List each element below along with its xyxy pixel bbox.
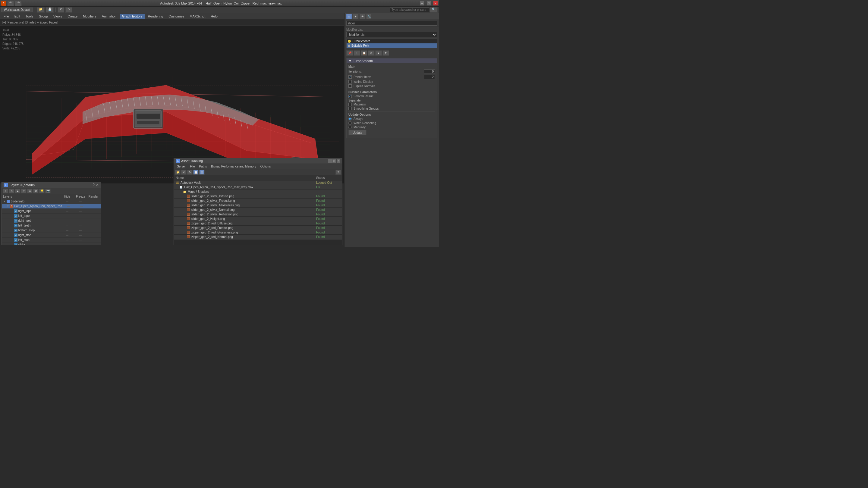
layer-hide-val[interactable]: — <box>60 219 74 222</box>
panel-icon-display[interactable]: 👁 <box>360 14 365 19</box>
menu-tools[interactable]: Tools <box>23 14 36 19</box>
asset-menu-paths[interactable]: Paths <box>197 164 209 168</box>
layer-row[interactable]: M right_stop — — <box>2 233 101 238</box>
layer-expand[interactable] <box>10 229 13 232</box>
asset-row[interactable]: 🏛 Autodesk Vault Logged Out <box>174 181 342 185</box>
at-btn5[interactable]: ▤ <box>199 170 205 175</box>
layer-row[interactable]: M bottom_stop — — <box>2 228 101 233</box>
asset-menu-file[interactable]: File <box>188 164 196 168</box>
layer-freeze-val[interactable]: — <box>74 200 87 203</box>
at-btn1[interactable]: 📁 <box>175 170 181 175</box>
layer-freeze-val[interactable]: — <box>74 224 87 227</box>
asset-row[interactable]: slider_geo_2_silver_Reflection.png Found <box>174 212 342 217</box>
layer-expand[interactable] <box>10 243 13 245</box>
layer-hide-val[interactable]: — <box>60 215 74 218</box>
asset-row[interactable]: 📁 Maps / Shaders <box>174 190 342 194</box>
toolbar-redo2[interactable]: ↷ <box>65 7 72 13</box>
ts-render-iters-input[interactable] <box>424 75 435 79</box>
lt-object[interactable]: ◈ <box>27 189 33 193</box>
ts-update-button[interactable]: Update <box>348 130 367 135</box>
lt-light[interactable]: 💡 <box>39 189 44 193</box>
layer-expand[interactable] <box>10 224 13 227</box>
ts-explicit-normals-check[interactable] <box>348 84 352 88</box>
modifier-editablepoly[interactable]: Editable Poly <box>347 43 437 48</box>
asset-minimize[interactable]: ─ <box>328 159 332 163</box>
layer-hide-val[interactable]: — <box>60 234 74 237</box>
ts-header[interactable]: ▼ TurboSmooth <box>347 59 437 63</box>
asset-menu-options[interactable]: Options <box>258 164 273 168</box>
layer-row[interactable]: ▼ L 0 (default) — — <box>2 199 101 204</box>
layer-freeze-val[interactable]: — <box>74 219 87 222</box>
layer-row[interactable]: M left_stop — — <box>2 238 101 242</box>
layer-hide-val[interactable]: — <box>62 205 75 208</box>
ts-smoothing-groups-check[interactable] <box>348 107 352 110</box>
panel-icon-utils[interactable]: 🔧 <box>366 14 372 19</box>
layer-row[interactable]: M right_tape — — <box>2 209 101 214</box>
ts-when-rendering-radio[interactable] <box>348 121 352 125</box>
menu-views[interactable]: Views <box>51 14 64 19</box>
ts-manually-radio[interactable] <box>348 126 352 129</box>
layer-freeze-val[interactable]: — <box>74 238 87 241</box>
asset-close[interactable]: ✕ <box>337 159 340 163</box>
menu-create[interactable]: Create <box>65 14 80 19</box>
at-btn4[interactable]: 📋 <box>193 170 198 175</box>
toolbar-btn-redo[interactable]: ↷ <box>15 1 22 6</box>
layer-expand[interactable] <box>10 238 13 241</box>
ts-materials-check[interactable] <box>348 103 352 106</box>
ptool-delete[interactable]: ✕ <box>368 50 375 56</box>
toolbar-undo2[interactable]: ↶ <box>58 7 64 13</box>
menu-group[interactable]: Group <box>36 14 50 19</box>
asset-menu-server[interactable]: Server <box>175 164 187 168</box>
close-button[interactable]: ✕ <box>433 1 438 5</box>
maximize-button[interactable]: □ <box>427 1 431 5</box>
layer-freeze-val[interactable]: — <box>74 234 87 237</box>
layer-freeze-val[interactable]: — <box>74 243 87 245</box>
ptool-move[interactable]: ↕ <box>353 50 360 56</box>
layer-panel-help[interactable]: ? <box>93 183 95 187</box>
asset-row[interactable]: slider_geo_2_silver_Fresnel.png Found <box>174 198 342 203</box>
layer-hide-val[interactable]: — <box>60 238 74 241</box>
modifier-dropdown[interactable]: Modifier List <box>346 32 437 37</box>
asset-menu-bitmap[interactable]: Bitmap Performance and Memory <box>209 164 258 168</box>
asset-row[interactable]: slider_geo_2_Height.png Found <box>174 217 342 221</box>
asset-row[interactable]: zipper_geo_2_red_Glossiness.png Found <box>174 230 342 235</box>
layer-expand[interactable] <box>10 219 13 222</box>
layer-hide-val[interactable]: — <box>60 229 74 232</box>
toolbar-save[interactable]: 💾 <box>46 7 54 13</box>
ts-isoline-check[interactable] <box>348 80 352 84</box>
asset-row[interactable]: 📄 Half_Open_Nylon_Coil_Zipper_Red_max_vr… <box>174 185 342 190</box>
panel-icon-modify[interactable]: ⚙ <box>346 14 352 19</box>
ts-smooth-result-check[interactable]: ✓ <box>348 95 352 98</box>
layer-row[interactable]: M left_tape — — <box>2 214 101 218</box>
layer-hide-val[interactable]: — <box>60 210 74 213</box>
lt-camera[interactable]: 📷 <box>45 189 51 193</box>
layer-row[interactable]: M slider — — <box>2 242 101 245</box>
panel-icon-create[interactable]: ✦ <box>353 14 358 19</box>
at-btn3[interactable]: ↻ <box>187 170 193 175</box>
minimize-button[interactable]: ─ <box>420 1 424 5</box>
layer-expand[interactable] <box>10 210 13 213</box>
asset-restore[interactable]: □ <box>333 159 336 163</box>
layer-expand[interactable] <box>10 215 13 218</box>
menu-maxscript[interactable]: MAXScript <box>187 14 208 19</box>
asset-row[interactable]: slider_geo_2_silver_Glossiness.png Found <box>174 203 342 207</box>
asset-row[interactable]: zipper_geo_2_red_Fresnel.png Found <box>174 226 342 230</box>
menu-graph-editors[interactable]: Graph Editors <box>120 14 145 19</box>
layer-panel-close[interactable]: ✕ <box>96 183 99 187</box>
layer-freeze-val[interactable]: — <box>74 215 87 218</box>
layer-expand[interactable] <box>10 234 13 237</box>
lt-add[interactable]: + <box>3 189 8 193</box>
workspace-dropdown[interactable]: Workspace: Default <box>1 7 33 12</box>
at-btn2[interactable]: ✕ <box>181 170 187 175</box>
menu-help[interactable]: Help <box>208 14 220 19</box>
layer-freeze-val[interactable]: — <box>75 205 88 208</box>
layer-row[interactable]: M right_teeth — — <box>2 218 101 223</box>
ts-render-iters-check[interactable]: ✓ <box>348 75 352 78</box>
layer-expand[interactable]: ▼ <box>6 205 9 208</box>
ptool-copy[interactable]: 📋 <box>361 50 367 56</box>
filter-input[interactable] <box>346 21 437 26</box>
ptool-up[interactable]: ▲ <box>375 50 382 56</box>
ts-iterations-input[interactable] <box>424 69 435 74</box>
at-help[interactable]: ? <box>336 170 341 175</box>
menu-customize[interactable]: Customize <box>166 14 187 19</box>
